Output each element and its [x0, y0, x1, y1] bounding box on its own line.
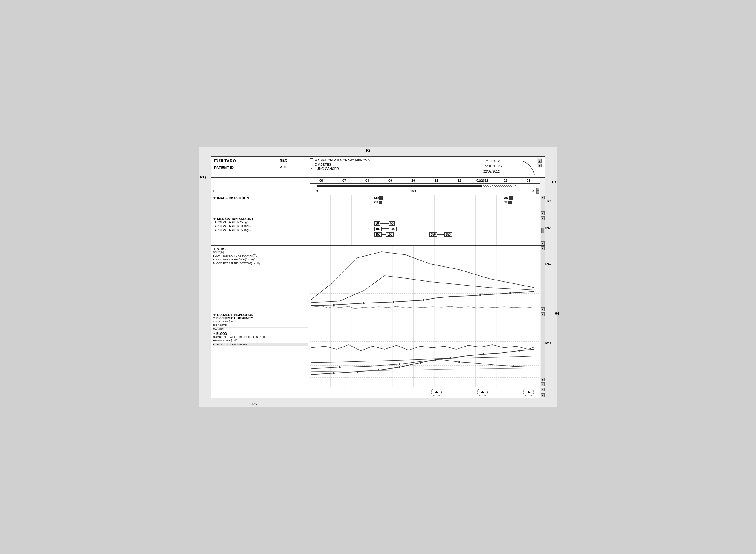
vital-label: VITAL: [217, 247, 226, 251]
vital-section: VITAL SpO2[%] BODY TEMPERATURE (ARMPIT)[…: [211, 246, 545, 312]
svg-point-38: [482, 353, 484, 355]
medication-scrollbar[interactable]: ▲ ▼: [540, 216, 545, 245]
patient-id: PATIENT ID: [214, 166, 274, 170]
plus-button-2[interactable]: +: [477, 389, 488, 396]
biochemical-section: BIOCHEMICAL IMMUNITY CREATININE[m··· CRP…: [213, 317, 308, 331]
med-150-1-left: 150: [374, 232, 382, 237]
vital-scroll-down[interactable]: ▼: [541, 307, 545, 311]
ct-square-right[interactable]: [508, 201, 512, 204]
timeline-content: 06 07 08 09 10 11 12 01/2013 02 03: [310, 178, 540, 187]
timeline-scrollbar[interactable]: [540, 178, 545, 187]
month-07: 07: [333, 178, 356, 183]
med-grid-2: [352, 216, 352, 245]
img-scroll-up[interactable]: ▲: [541, 196, 545, 199]
label-r43: R43: [545, 226, 551, 230]
svg-point-15: [449, 296, 451, 297]
timeline2-scrollbar[interactable]: [540, 187, 545, 195]
plus-button-3[interactable]: +: [523, 389, 534, 396]
timeline-months-row: 06 07 08 09 10 11 12 01/2013 02 03: [211, 178, 545, 187]
month-10: 10: [402, 178, 425, 183]
subj-scroll-down-2[interactable]: ▼: [541, 378, 545, 382]
t2-scroll-up[interactable]: [537, 188, 539, 191]
med-bar-100: 100 100: [374, 227, 396, 231]
image-inspection-scrollbar[interactable]: ▲ ▼: [540, 195, 545, 216]
subj-scroll-extra[interactable]: ↕: [541, 382, 545, 386]
label-r2: R2: [366, 149, 370, 152]
img-ct-right: CT: [503, 201, 512, 204]
img-scroll-down[interactable]: ▼: [541, 211, 545, 215]
bottom-scrollbar[interactable]: ▲ ▼: [540, 387, 545, 398]
vital-item-bp-top: BLOOD PRESSURE (TOP)[mmHg]: [213, 258, 308, 262]
biochem-item-2: CRP[mg/dl]: [213, 324, 308, 327]
header-scrollbar[interactable]: ▲ ▼: [537, 159, 542, 167]
image-inspection-triangle: [213, 197, 216, 199]
svg-point-11: [333, 304, 335, 306]
main-scroll-down[interactable]: ▼: [541, 393, 545, 397]
timeline-months: 06 07 08 09 10 11 12 01/2013 02 03: [310, 178, 540, 183]
subject-scrollbar[interactable]: ▲ ▼ ↕: [540, 312, 545, 387]
img-mr-right: MR: [503, 197, 512, 200]
grid-line-9: [496, 195, 497, 216]
vital-scrollbar[interactable]: ▲ ▼: [540, 246, 545, 312]
ct-square-left[interactable]: [379, 201, 382, 204]
svg-point-16: [479, 294, 481, 296]
month-06: 06: [310, 178, 333, 183]
main-scroll-up[interactable]: ▲: [541, 388, 545, 391]
scroll-up-arrow[interactable]: ▲: [538, 159, 542, 163]
vital-scroll-up[interactable]: ▲: [541, 246, 545, 250]
timeline-section: 06 07 08 09 10 11 12 01/2013 02 03: [211, 178, 545, 195]
med-100-line: [382, 228, 389, 229]
ct-label-left: CT: [374, 201, 378, 204]
timeline-spacer: [211, 178, 310, 187]
img-mr-left: MR: [374, 197, 383, 200]
svg-point-41: [399, 363, 400, 365]
med-150-2-left: 150: [429, 232, 437, 237]
checkbox-lung[interactable]: [310, 167, 313, 170]
subject-content: [310, 312, 540, 387]
grid-line-1: [330, 195, 331, 216]
med-grid-9: [496, 216, 497, 245]
checkbox-diabetes[interactable]: [310, 163, 313, 166]
image-inspection-title: IMAGE INSPECTION: [213, 196, 308, 200]
condition-radiation-label: RADIATION PULMONARY FIBROSIS: [315, 159, 371, 162]
condition-diabetes-label: DIABETES: [315, 163, 331, 166]
med-grid-1: [330, 216, 331, 245]
mr-square-left[interactable]: [379, 197, 383, 200]
med-150-1-line: [382, 234, 386, 235]
med-grid-6: [434, 216, 435, 245]
med-100-right: 100: [389, 227, 396, 231]
svg-point-40: [339, 366, 341, 368]
grid-line-4: [393, 195, 393, 216]
patient-name: FUJI TARO: [214, 159, 274, 163]
subject-chart: [310, 312, 540, 387]
vital-item-spo2: SpO2[%]: [213, 251, 308, 254]
conditions-block: RADIATION PULMONARY FIBROSIS DIABETES LU…: [310, 159, 477, 171]
med-scroll-down[interactable]: ▼: [541, 241, 545, 245]
month-02: 02: [494, 178, 517, 183]
mr-square-right[interactable]: [509, 197, 512, 200]
timeline2-arrow-down: ▼: [316, 189, 319, 192]
checkbox-radiation[interactable]: [310, 159, 313, 162]
label-r3: R3: [547, 200, 551, 203]
subj-scroll-up[interactable]: ▲: [541, 313, 545, 316]
med-grid-3: [372, 216, 372, 245]
tr-arrow-curve: [517, 158, 537, 176]
timeline2-start-num: 1: [213, 189, 214, 192]
condition-radiation: RADIATION PULMONARY FIBROSIS: [310, 159, 477, 162]
grid-line-7: [455, 195, 455, 216]
scroll-down-arrow[interactable]: ▼: [538, 164, 542, 167]
medication-section: MEDICATION AND DRIP TARCEVA TABLET(25mg·…: [211, 216, 545, 246]
plus-button-1[interactable]: +: [431, 389, 442, 396]
svg-point-12: [363, 302, 365, 304]
svg-point-14: [423, 299, 424, 301]
mr-label-left: MR: [374, 197, 379, 200]
biochem-item-1: CREATININE[m···: [213, 320, 308, 324]
svg-point-34: [399, 366, 400, 368]
med-bar-150-left: 150 150: [374, 232, 393, 237]
timeline2-end-num: 0: [532, 189, 534, 192]
t2-scroll-down[interactable]: [537, 191, 539, 194]
med-scroll-up[interactable]: ▲: [541, 216, 545, 220]
med-item-1-label: TARCEVA TABLET(25mg···: [213, 221, 250, 224]
month-12: 12: [448, 178, 471, 183]
blood-item-3: PLATELET COUNT[×1000···: [213, 343, 308, 346]
